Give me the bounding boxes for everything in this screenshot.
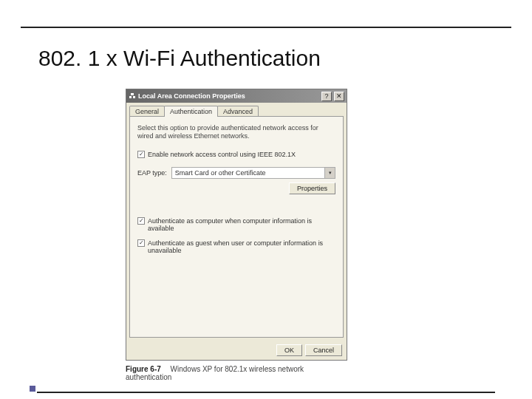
svg-rect-1 bbox=[133, 96, 135, 98]
auth-as-guest-checkbox[interactable]: ✓ bbox=[137, 239, 145, 247]
auth-as-computer-checkbox[interactable]: ✓ bbox=[137, 217, 145, 225]
figure-caption: Figure 6-7 Windows XP for 802.1x wireles… bbox=[126, 365, 347, 381]
eap-type-label: EAP type: bbox=[137, 169, 167, 177]
chevron-down-icon: ▾ bbox=[324, 168, 335, 178]
tab-authentication[interactable]: Authentication bbox=[164, 106, 218, 117]
slide-corner-decoration bbox=[30, 386, 35, 392]
properties-row: Properties bbox=[137, 185, 335, 192]
eap-type-row: EAP type: Smart Card or other Certificat… bbox=[137, 167, 335, 179]
help-button[interactable]: ? bbox=[321, 92, 332, 101]
auth-as-computer-row: ✓ Authenticate as computer when computer… bbox=[137, 217, 335, 232]
tab-strip: General Authentication Advanced bbox=[129, 106, 344, 117]
figure-label: Figure 6-7 bbox=[126, 365, 161, 373]
properties-button[interactable]: Properties bbox=[289, 183, 335, 194]
tab-advanced[interactable]: Advanced bbox=[217, 106, 259, 117]
svg-rect-2 bbox=[131, 93, 134, 95]
network-icon bbox=[129, 92, 136, 100]
enable-8021x-checkbox[interactable]: ✓ bbox=[137, 151, 145, 158]
slide-top-rule bbox=[21, 27, 511, 28]
dialog-titlebar: Local Area Connection Properties ? ✕ bbox=[126, 89, 347, 103]
cancel-button[interactable]: Cancel bbox=[305, 344, 342, 356]
dialog-button-row: OK Cancel bbox=[126, 341, 347, 360]
tab-general[interactable]: General bbox=[129, 106, 165, 117]
description-text: Select this option to provide authentica… bbox=[137, 124, 335, 140]
auth-as-guest-row: ✓ Authenticate as guest when user or com… bbox=[137, 239, 335, 254]
auth-as-computer-label: Authenticate as computer when computer i… bbox=[148, 217, 335, 232]
eap-type-select[interactable]: Smart Card or other Certificate ▾ bbox=[171, 167, 335, 179]
svg-rect-0 bbox=[129, 96, 132, 98]
dialog-title: Local Area Connection Properties bbox=[138, 92, 319, 100]
enable-8021x-row: ✓ Enable network access control using IE… bbox=[137, 151, 335, 158]
close-button[interactable]: ✕ bbox=[334, 92, 344, 101]
slide-bottom-rule bbox=[37, 392, 495, 393]
enable-8021x-label: Enable network access control using IEEE… bbox=[148, 151, 296, 158]
eap-type-value: Smart Card or other Certificate bbox=[175, 169, 266, 177]
ok-button[interactable]: OK bbox=[276, 344, 302, 356]
dialog-container: Local Area Connection Properties ? ✕ Gen… bbox=[126, 89, 347, 381]
tab-panel: Select this option to provide authentica… bbox=[129, 116, 344, 338]
slide-title: 802. 1 x Wi-Fi Authentication bbox=[38, 46, 321, 71]
properties-dialog: Local Area Connection Properties ? ✕ Gen… bbox=[126, 89, 347, 361]
auth-as-guest-label: Authenticate as guest when user or compu… bbox=[148, 239, 335, 254]
